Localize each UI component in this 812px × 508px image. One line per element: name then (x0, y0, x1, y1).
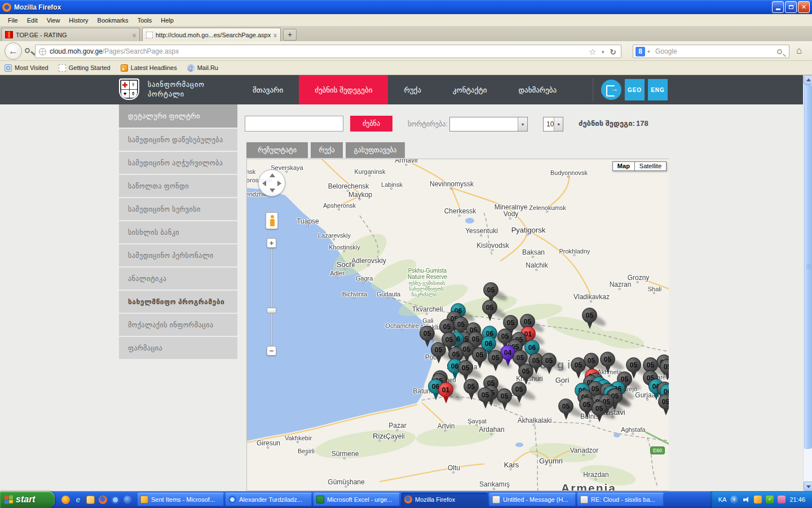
google-logo-icon[interactable]: 8 (636, 47, 645, 56)
map-marker[interactable]: 05 (571, 357, 586, 373)
window-titlebar[interactable]: Mozilla Firefox ✕ (0, 0, 812, 14)
start-button[interactable]: start (0, 491, 55, 508)
url-bar[interactable]: cloud.moh.gov.ge /Pages/SearchPage.aspx … (35, 45, 621, 58)
quicklaunch-wmp-icon[interactable] (123, 496, 132, 504)
site-nav-item-4[interactable]: დახმარება (502, 75, 572, 104)
bookmark-star-icon[interactable]: ☆ (589, 47, 596, 57)
logout-icon[interactable] (601, 80, 621, 100)
map-marker[interactable]: 05 (513, 350, 528, 365)
search-input[interactable] (245, 116, 343, 132)
map-pan-control[interactable] (258, 169, 285, 196)
map-marker[interactable]: 01 (438, 382, 453, 397)
pan-down-icon[interactable] (270, 189, 275, 192)
language-indicator[interactable]: KA (718, 496, 727, 503)
menu-view[interactable]: View (42, 15, 65, 25)
back-button[interactable]: ← (5, 42, 22, 60)
map-marker[interactable]: 05 (458, 360, 473, 375)
map-tab-button[interactable]: რუქა (311, 142, 343, 158)
site-nav-item-1[interactable]: ძებნის შედეგები (299, 75, 388, 104)
bookmark-most-visited[interactable]: Most Visited (5, 64, 48, 72)
sidebar-item-10[interactable]: ფარმაცია (119, 337, 237, 359)
google-map[interactable]: KrymskNovorossiyskGelendzhikSeverskayaAr… (246, 159, 669, 491)
map-type-map-button[interactable]: Map (612, 161, 635, 171)
street-view-pegman[interactable] (266, 212, 278, 229)
sidebar-item-8[interactable]: სახელმწიფო პროგრამები (119, 291, 237, 313)
hide-icons-icon[interactable]: ‹ (730, 496, 738, 503)
menu-file[interactable]: File (3, 15, 23, 25)
sidebar-item-2[interactable]: სამედიცინო აღჭურვილობა (119, 152, 237, 174)
map-marker[interactable]: 05 (420, 326, 435, 341)
security-icon[interactable]: ✓ (766, 496, 774, 503)
page-size-select[interactable]: 10▼ (543, 117, 563, 132)
bookmark-getting-started[interactable]: Getting Started (59, 64, 111, 72)
messenger-icon[interactable] (778, 496, 785, 503)
select-arrow-icon[interactable]: ▼ (554, 117, 563, 131)
zoom-slider-handle[interactable] (267, 308, 276, 313)
taskbar-button-1[interactable]: Alexander Turdziladz... (226, 493, 312, 506)
search-engine-box[interactable]: 8 ▼ Google (633, 45, 789, 58)
map-marker[interactable]: 05 (592, 401, 607, 416)
sidebar-item-3[interactable]: საწოლთა ფონდი (119, 175, 237, 197)
map-marker[interactable]: 05 (626, 357, 641, 373)
sidebar-item-6[interactable]: სამედიცინო პერსონალი (119, 244, 237, 266)
url-dropdown-icon[interactable]: ▼ (601, 50, 605, 55)
quicklaunch-ff1-icon[interactable] (61, 496, 70, 504)
quicklaunch-fox-icon[interactable] (99, 496, 107, 504)
select-arrow-icon[interactable]: ▼ (518, 117, 527, 131)
map-marker[interactable]: 05 (582, 308, 597, 323)
map-marker[interactable]: 05 (431, 342, 446, 357)
home-button[interactable]: ⌂ (796, 46, 807, 56)
map-marker[interactable]: 05 (558, 398, 573, 414)
sidebar-item-7[interactable]: ანალიტიკა (119, 268, 237, 290)
scrollbar-thumb[interactable] (804, 85, 812, 449)
scroll-up-icon[interactable] (804, 75, 812, 85)
map-type-satellite-button[interactable]: Satellite (635, 161, 667, 171)
map-marker[interactable]: 05 (511, 382, 527, 397)
lang-geo-button[interactable]: GEO (625, 79, 645, 100)
reminder-icon[interactable] (754, 496, 762, 503)
menu-tools[interactable]: Tools (133, 15, 157, 25)
taskbar-button-3[interactable]: Mozilla Firefox (401, 493, 488, 506)
search-magnifier-icon[interactable] (777, 49, 782, 54)
restore-button[interactable] (785, 1, 797, 13)
pan-left-icon[interactable] (262, 181, 266, 186)
tab-searchpage[interactable]: http://cloud.moh.go...es/SearchPage.aspx… (142, 28, 281, 41)
pan-right-icon[interactable] (277, 181, 281, 186)
site-nav-item-0[interactable]: მთავარი (237, 75, 299, 104)
menu-help[interactable]: Help (156, 15, 178, 25)
map-marker[interactable]: 05 (541, 353, 557, 368)
quicklaunch-mail-icon[interactable] (86, 496, 95, 504)
site-logo[interactable]: ⚕ ♥ ⚱ (119, 78, 143, 101)
close-button[interactable]: ✕ (798, 1, 810, 13)
bookmark-mail-ru[interactable]: @Mail.Ru (187, 64, 218, 72)
results-tab-button[interactable]: რეზულტატი (246, 142, 308, 158)
zoom-out-button[interactable]: − (267, 346, 276, 356)
menu-history[interactable]: History (64, 15, 92, 25)
new-tab-button[interactable]: + (283, 29, 297, 41)
map-marker[interactable]: 05 (488, 350, 503, 365)
vertical-scrollbar[interactable] (803, 75, 812, 491)
site-nav-item-2[interactable]: რუქა (388, 75, 436, 104)
map-marker[interactable]: 05 (464, 379, 479, 394)
tab-topge[interactable]: TOP.GE - RATING x (1, 28, 140, 41)
map-marker[interactable]: 05 (478, 387, 493, 402)
tab-close-icon[interactable]: x (133, 32, 136, 38)
lang-eng-button[interactable]: ENG (648, 79, 668, 100)
sort-select[interactable]: ▼ (449, 117, 528, 132)
minimize-button[interactable] (772, 1, 784, 13)
sidebar-item-5[interactable]: სისხლის ბანკი (119, 221, 237, 243)
map-marker[interactable]: 05 (518, 364, 533, 379)
sidebar-item-0[interactable]: დეტალური ფილტრი (119, 104, 237, 128)
sidebar-item-4[interactable]: სამედიცინო სერვისი (119, 198, 237, 220)
taskbar-button-4[interactable]: Untitled - Message (H... (489, 493, 576, 506)
zoom-in-button[interactable]: + (267, 238, 276, 248)
map-marker[interactable]: 05 (482, 300, 497, 315)
menu-bookmarks[interactable]: Bookmarks (93, 15, 133, 25)
search-button[interactable]: ძებნა (350, 116, 392, 132)
bookmark-latest-headlines[interactable]: Latest Headlines (121, 64, 177, 72)
map-marker[interactable]: 05 (503, 315, 518, 330)
reload-icon[interactable]: ↻ (610, 47, 616, 56)
pan-up-icon[interactable] (270, 173, 275, 177)
map-marker[interactable]: 05 (483, 282, 498, 297)
taskbar-button-5[interactable]: RE: Cloud - sisxlis ba... (577, 493, 664, 506)
